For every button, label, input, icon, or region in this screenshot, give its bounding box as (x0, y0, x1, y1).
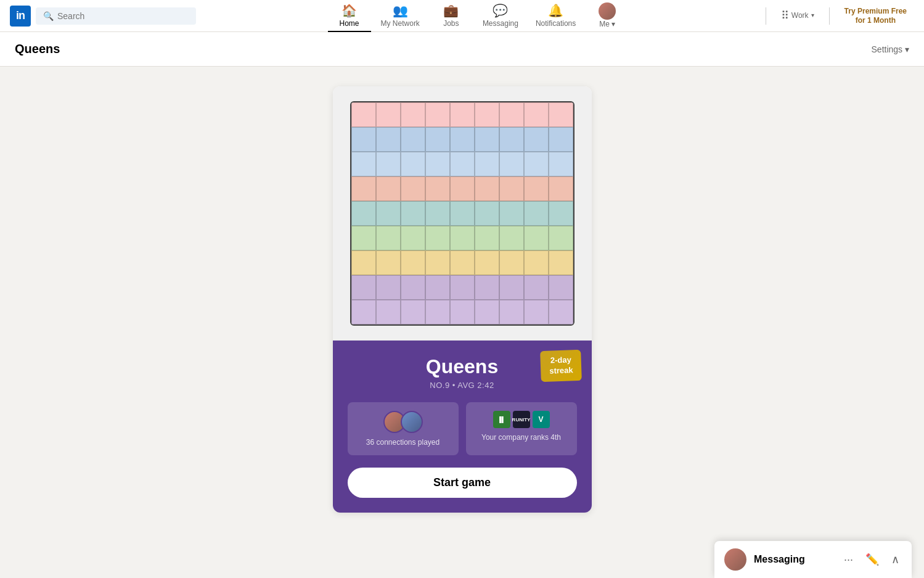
grid-cell-2-0[interactable] (351, 152, 376, 176)
grid-cell-4-8[interactable] (549, 201, 573, 226)
grid-cell-3-2[interactable] (401, 176, 425, 201)
grid-cell-0-0[interactable] (351, 102, 376, 127)
grid-cell-3-4[interactable] (450, 176, 475, 201)
linkedin-logo[interactable]: in (10, 6, 31, 27)
grid-cell-7-5[interactable] (475, 275, 499, 300)
grid-cell-8-2[interactable] (401, 300, 425, 324)
grid-cell-8-4[interactable] (450, 300, 475, 324)
grid-cell-2-5[interactable] (475, 152, 499, 176)
grid-cell-6-1[interactable] (376, 250, 401, 275)
grid-cell-0-1[interactable] (376, 102, 401, 127)
grid-cell-3-1[interactable] (376, 176, 401, 201)
grid-cell-8-1[interactable] (376, 300, 401, 324)
grid-cell-4-2[interactable] (401, 201, 425, 226)
grid-cell-2-4[interactable] (450, 152, 475, 176)
grid-cell-0-7[interactable] (524, 102, 549, 127)
grid-cell-2-2[interactable] (401, 152, 425, 176)
messaging-collapse-button[interactable]: ∧ (889, 550, 902, 569)
premium-line2: for 1 Month (856, 16, 896, 25)
notifications-icon: 🔔 (548, 3, 563, 18)
grid-cell-6-0[interactable] (351, 250, 376, 275)
nav-item-work[interactable]: ⠿ Work ▾ (774, 0, 822, 32)
grid-cell-1-5[interactable] (475, 127, 499, 152)
grid-cell-4-4[interactable] (450, 201, 475, 226)
settings-button[interactable]: Settings ▾ (872, 44, 909, 54)
grid-cell-5-4[interactable] (450, 226, 475, 250)
start-game-button[interactable]: Start game (348, 468, 577, 498)
grid-cell-4-1[interactable] (376, 201, 401, 226)
grid-cell-5-6[interactable] (499, 226, 524, 250)
grid-cell-4-3[interactable] (425, 201, 450, 226)
grid-cell-7-6[interactable] (499, 275, 524, 300)
grid-cell-0-6[interactable] (499, 102, 524, 127)
grid-cell-6-2[interactable] (401, 250, 425, 275)
grid-cell-5-8[interactable] (549, 226, 573, 250)
grid-cell-7-1[interactable] (376, 275, 401, 300)
grid-cell-7-4[interactable] (450, 275, 475, 300)
grid-cell-1-7[interactable] (524, 127, 549, 152)
grid-cell-0-3[interactable] (425, 102, 450, 127)
grid-cell-7-2[interactable] (401, 275, 425, 300)
grid-cell-8-0[interactable] (351, 300, 376, 324)
grid-row-5 (351, 226, 573, 250)
grid-cell-2-3[interactable] (425, 152, 450, 176)
grid-cell-7-7[interactable] (524, 275, 549, 300)
grid-cell-0-2[interactable] (401, 102, 425, 127)
grid-cell-3-6[interactable] (499, 176, 524, 201)
nav-item-notifications[interactable]: 🔔 Notifications (528, 0, 583, 32)
grid-cell-8-7[interactable] (524, 300, 549, 324)
grid-cell-4-5[interactable] (475, 201, 499, 226)
grid-cell-1-1[interactable] (376, 127, 401, 152)
grid-cell-2-7[interactable] (524, 152, 549, 176)
grid-cell-6-7[interactable] (524, 250, 549, 275)
grid-cell-1-2[interactable] (401, 127, 425, 152)
grid-cell-6-4[interactable] (450, 250, 475, 275)
grid-cell-3-5[interactable] (475, 176, 499, 201)
grid-cell-7-3[interactable] (425, 275, 450, 300)
grid-cell-5-3[interactable] (425, 226, 450, 250)
nav-item-messaging[interactable]: 💬 Messaging (475, 0, 526, 32)
grid-cell-3-7[interactable] (524, 176, 549, 201)
messaging-compose-button[interactable]: ✏️ (863, 550, 881, 569)
nav-item-home[interactable]: 🏠 Home (328, 0, 371, 32)
grid-cell-0-8[interactable] (549, 102, 573, 127)
grid-cell-2-8[interactable] (549, 152, 573, 176)
grid-cell-7-8[interactable] (549, 275, 573, 300)
grid-cell-4-0[interactable] (351, 201, 376, 226)
grid-cell-8-8[interactable] (549, 300, 573, 324)
grid-cell-1-4[interactable] (450, 127, 475, 152)
grid-cell-5-7[interactable] (524, 226, 549, 250)
grid-cell-1-0[interactable] (351, 127, 376, 152)
grid-cell-0-4[interactable] (450, 102, 475, 127)
grid-cell-5-2[interactable] (401, 226, 425, 250)
premium-button[interactable]: Try Premium Free for 1 Month (837, 3, 914, 28)
grid-cell-3-0[interactable] (351, 176, 376, 201)
grid-cell-6-6[interactable] (499, 250, 524, 275)
grid-cell-6-8[interactable] (549, 250, 573, 275)
grid-cell-5-1[interactable] (376, 226, 401, 250)
grid-cell-1-8[interactable] (549, 127, 573, 152)
grid-cell-3-8[interactable] (549, 176, 573, 201)
grid-cell-8-6[interactable] (499, 300, 524, 324)
grid-cell-2-6[interactable] (499, 152, 524, 176)
grid-cell-4-7[interactable] (524, 201, 549, 226)
grid-cell-5-5[interactable] (475, 226, 499, 250)
grid-cell-3-3[interactable] (425, 176, 450, 201)
grid-cell-8-5[interactable] (475, 300, 499, 324)
grid-cell-4-6[interactable] (499, 201, 524, 226)
messaging-more-button[interactable]: ··· (841, 551, 856, 569)
nav-item-network[interactable]: 👥 My Network (374, 0, 427, 32)
grid-cell-5-0[interactable] (351, 226, 376, 250)
grid-cell-6-5[interactable] (475, 250, 499, 275)
grid-cell-6-3[interactable] (425, 250, 450, 275)
grid-cell-2-1[interactable] (376, 152, 401, 176)
grid-cell-1-6[interactable] (499, 127, 524, 152)
grid-cell-1-3[interactable] (425, 127, 450, 152)
grid-cell-7-0[interactable] (351, 275, 376, 300)
search-input[interactable] (57, 11, 189, 21)
grid-cell-0-5[interactable] (475, 102, 499, 127)
nav-item-me[interactable]: Me ▾ (586, 0, 629, 32)
grid-cell-8-3[interactable] (425, 300, 450, 324)
queens-grid[interactable] (350, 101, 574, 326)
nav-item-jobs[interactable]: 💼 Jobs (430, 0, 473, 32)
